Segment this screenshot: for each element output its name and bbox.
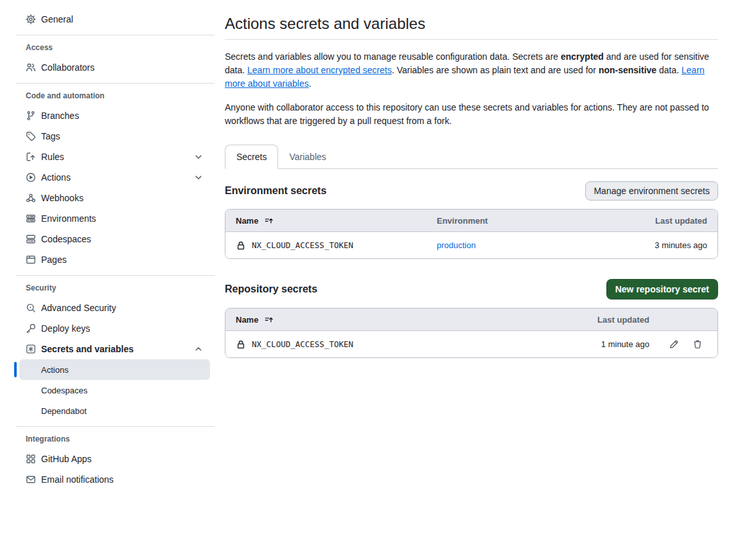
environment-secrets-title: Environment secrets	[225, 185, 326, 197]
column-header-name[interactable]: Name	[236, 216, 437, 226]
column-header-last-updated: Last updated	[655, 216, 707, 226]
sidebar-item-actions[interactable]: Actions	[15, 167, 215, 188]
last-updated-cell: 3 minutes ago	[655, 240, 707, 250]
sidebar-divider	[15, 426, 215, 427]
column-header-environment: Environment	[437, 216, 655, 226]
sidebar-item-label: Webhooks	[41, 193, 84, 203]
sidebar-subitem-label: Actions	[41, 365, 69, 375]
new-repository-secret-button[interactable]: New repository secret	[606, 279, 718, 300]
collaborator-access-paragraph: Anyone with collaborator access to this …	[225, 101, 718, 128]
sidebar-subitem-dependabot[interactable]: Dependabot	[19, 400, 210, 421]
apps-icon	[26, 454, 36, 464]
mail-icon	[26, 474, 36, 485]
sidebar-section-security: Security	[26, 282, 215, 294]
sidebar-item-tags[interactable]: Tags	[15, 126, 215, 147]
link-learn-more-encrypted-secrets[interactable]: Learn more about encrypted secrets	[247, 65, 392, 75]
sidebar-item-collaborators[interactable]: Collaborators	[15, 57, 215, 78]
trash-icon	[692, 339, 703, 350]
intro-bold-non-sensitive: non-sensitive	[599, 65, 656, 75]
sidebar-section-access: Access	[26, 42, 215, 53]
key-asterisk-icon	[26, 344, 36, 354]
sidebar-subitem-actions[interactable]: Actions	[19, 359, 210, 380]
codespaces-icon	[26, 234, 36, 244]
lock-icon	[236, 240, 246, 251]
gear-icon	[26, 14, 36, 24]
environment-secrets-table-header: Name Environment Last updated	[225, 210, 717, 232]
secrets-variables-tabnav: Secrets Variables	[225, 145, 718, 169]
repository-secrets-title: Repository secrets	[225, 283, 317, 295]
people-icon	[26, 62, 36, 73]
row-actions	[649, 339, 707, 350]
webhook-icon	[26, 193, 36, 203]
sidebar-item-email-notifications[interactable]: Email notifications	[15, 469, 215, 490]
secret-name-cell: NX_CLOUD_ACCESS_TOKEN	[236, 339, 601, 350]
server-icon	[26, 213, 36, 224]
secret-name-cell: NX_CLOUD_ACCESS_TOKEN	[236, 240, 437, 251]
sidebar-item-label: Collaborators	[41, 62, 94, 73]
settings-page: General Access Collaborators Code and au…	[0, 0, 756, 490]
tag-icon	[26, 131, 36, 141]
sidebar-divider	[15, 35, 215, 35]
browser-icon	[26, 255, 36, 265]
column-header-name[interactable]: Name	[236, 315, 597, 325]
manage-environment-secrets-button[interactable]: Manage environment secrets	[585, 181, 718, 201]
intro-text: Secrets and variables allow you to manag…	[225, 51, 561, 62]
sidebar-item-label: General	[41, 14, 73, 24]
edit-secret-button[interactable]	[669, 339, 679, 350]
sidebar-item-rules[interactable]: Rules	[15, 147, 215, 167]
git-branch-icon	[26, 111, 36, 121]
chevron-down-icon	[193, 172, 204, 183]
sidebar-item-label: Advanced Security	[41, 303, 116, 313]
sidebar-item-label: Deploy keys	[41, 323, 90, 334]
intro-paragraph: Secrets and variables allow you to manag…	[225, 50, 718, 91]
secret-name: NX_CLOUD_ACCESS_TOKEN	[252, 339, 353, 349]
environment-link[interactable]: production	[437, 240, 476, 250]
sidebar-item-advanced-security[interactable]: Advanced Security	[15, 298, 215, 318]
tab-variables[interactable]: Variables	[278, 145, 337, 168]
pencil-icon	[669, 339, 679, 350]
sidebar-item-environments[interactable]: Environments	[15, 208, 215, 229]
chevron-up-icon	[193, 344, 204, 354]
sidebar-item-label: Rules	[41, 152, 64, 162]
lock-icon	[236, 339, 246, 350]
sidebar-item-label: Email notifications	[41, 474, 114, 485]
rules-icon	[26, 152, 36, 162]
sidebar-item-label: Actions	[41, 172, 71, 183]
sort-ascending-icon	[264, 315, 274, 325]
sidebar-item-codespaces[interactable]: Codespaces	[15, 229, 215, 249]
chevron-down-icon	[193, 152, 204, 162]
sidebar-section-code-automation: Code and automation	[26, 90, 215, 102]
secret-name: NX_CLOUD_ACCESS_TOKEN	[252, 240, 353, 250]
sidebar-item-deploy-keys[interactable]: Deploy keys	[15, 318, 215, 339]
sidebar-subitem-codespaces[interactable]: Codespaces	[19, 380, 210, 400]
codescan-icon	[26, 303, 36, 313]
delete-secret-button[interactable]	[692, 339, 703, 350]
tab-secrets[interactable]: Secrets	[225, 145, 278, 169]
sidebar-item-webhooks[interactable]: Webhooks	[15, 188, 215, 208]
main-content: Actions secrets and variables Secrets an…	[215, 0, 756, 490]
play-icon	[26, 172, 36, 183]
intro-text: . Variables are shown as plain text and …	[392, 65, 599, 75]
repository-secrets-table: Name Last updated NX_CLOUD_ACCESS_TOKEN …	[225, 308, 718, 358]
environment-secrets-table: Name Environment Last updated NX_CLOUD_A…	[225, 209, 718, 259]
repository-secrets-table-header: Name Last updated	[225, 309, 717, 331]
sidebar-item-general[interactable]: General	[15, 9, 215, 30]
sidebar-item-github-apps[interactable]: GitHub Apps	[15, 449, 215, 469]
key-icon	[26, 323, 36, 334]
sidebar-item-label: Branches	[41, 111, 79, 121]
selected-indicator	[14, 362, 17, 377]
sort-ascending-icon	[264, 216, 274, 226]
intro-text: .	[309, 78, 312, 89]
page-title: Actions secrets and variables	[225, 14, 718, 40]
sidebar-item-secrets-and-variables[interactable]: Secrets and variables	[15, 339, 215, 359]
sidebar-item-branches[interactable]: Branches	[15, 105, 215, 126]
repository-secrets-header: Repository secrets New repository secret	[225, 279, 718, 300]
sidebar-item-label: Pages	[41, 255, 67, 265]
intro-text: data.	[656, 65, 681, 75]
sidebar-item-label: GitHub Apps	[41, 454, 92, 464]
sidebar-item-label: Codespaces	[41, 234, 91, 244]
environment-secrets-header: Environment secrets Manage environment s…	[225, 181, 718, 201]
sidebar-item-pages[interactable]: Pages	[15, 249, 215, 270]
table-row: NX_CLOUD_ACCESS_TOKEN 1 minute ago	[225, 331, 717, 357]
sidebar-divider	[15, 83, 215, 84]
